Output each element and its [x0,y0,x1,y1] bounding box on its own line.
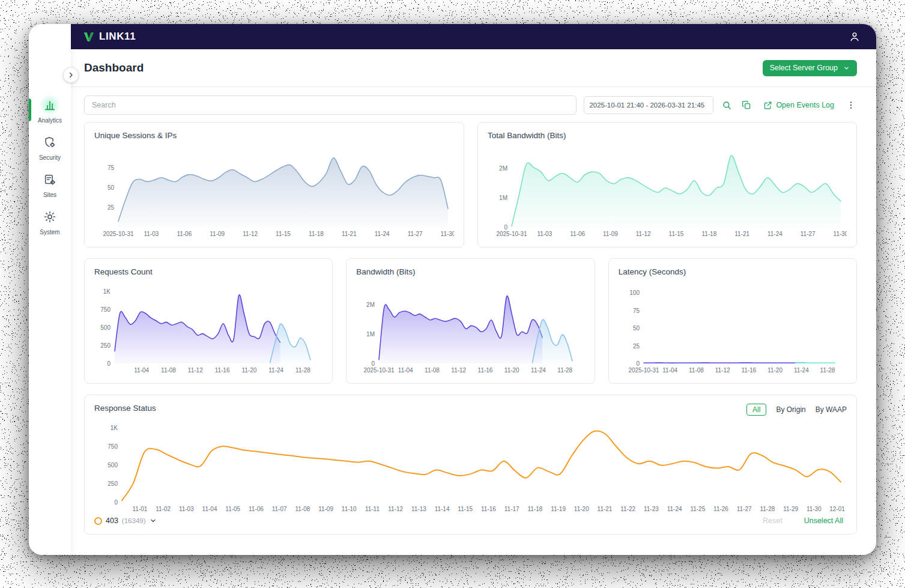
legend-403-label: 403 [106,517,118,525]
svg-text:11-06: 11-06 [249,506,264,512]
svg-text:25: 25 [107,204,115,211]
charts-row-2: Requests Count 1K750500250011-0411-0811-… [84,258,857,384]
response-status-head: Response Status All By Origin By WAAP [94,404,847,416]
svg-text:750: 750 [100,306,110,313]
bandwidth-card: Bandwidth (Bits) 2M1M02025-10-3111-0411-… [346,258,595,384]
svg-text:11-04: 11-04 [662,367,677,374]
sidebar: Analytics Security Sites System [29,24,71,555]
requests-count-card: Requests Count 1K750500250011-0411-0811-… [84,258,333,384]
svg-text:11-18: 11-18 [309,231,324,237]
svg-text:11-21: 11-21 [342,231,357,237]
svg-text:11-16: 11-16 [215,367,230,374]
svg-text:11-18: 11-18 [701,231,716,237]
svg-text:500: 500 [107,462,118,468]
sidebar-item-sites[interactable]: Sites [29,169,71,198]
svg-text:11-12: 11-12 [388,506,403,512]
response-status-tabs: All By Origin By WAAP [746,404,847,416]
svg-text:11-04: 11-04 [134,367,149,374]
svg-text:1K: 1K [103,288,111,295]
select-server-group-button[interactable]: Select Server Group [763,60,857,76]
sidebar-item-label: Security [39,154,61,161]
svg-text:25: 25 [633,343,640,350]
svg-text:11-12: 11-12 [452,367,467,374]
svg-text:2M: 2M [499,165,507,172]
svg-text:2025-10-31: 2025-10-31 [628,367,659,374]
sidebar-expand-button[interactable] [63,67,79,83]
analytics-icon [40,95,60,115]
svg-text:2M: 2M [366,302,375,308]
svg-text:11-24: 11-24 [794,367,809,374]
chart-title: Requests Count [94,267,322,276]
legend-403-count: (16349) [122,517,146,524]
svg-text:11-28: 11-28 [820,367,835,374]
svg-text:11-09: 11-09 [210,231,225,237]
svg-text:750: 750 [107,443,118,450]
svg-text:11-30: 11-30 [441,231,454,237]
link11-v-icon [83,32,95,42]
svg-text:0: 0 [372,360,375,367]
legend-403-dot [94,517,102,525]
chevron-down-icon [843,65,850,71]
svg-text:11-18: 11-18 [527,506,542,512]
copy-button[interactable] [740,99,752,111]
svg-text:11-29: 11-29 [783,506,798,512]
svg-text:11-28: 11-28 [295,367,310,374]
svg-text:11-04: 11-04 [202,506,217,512]
chart-title: Response Status [94,404,156,413]
open-events-log-button[interactable]: Open Events Log [760,100,838,111]
tab-all[interactable]: All [746,404,766,416]
svg-text:11-08: 11-08 [689,367,704,374]
sidebar-item-system[interactable]: System [29,207,71,235]
svg-text:1K: 1K [110,425,118,431]
reset-button[interactable]: Reset [759,516,786,526]
svg-text:11-03: 11-03 [537,231,552,237]
svg-text:11-20: 11-20 [767,367,782,374]
legend-403[interactable]: 403 (16349) [94,517,157,525]
svg-text:11-25: 11-25 [690,506,705,512]
user-account-button[interactable] [849,31,861,43]
svg-text:11-03: 11-03 [144,231,159,237]
more-options-button[interactable] [845,99,857,111]
open-events-log-label: Open Events Log [776,101,834,109]
bandwidth-chart: 2M1M02025-10-3111-0411-0811-1211-1611-20… [356,280,584,375]
header-divider [71,86,876,87]
tab-by-waap[interactable]: By WAAP [816,405,847,414]
svg-text:11-24: 11-24 [268,367,283,374]
svg-text:2025-10-31: 2025-10-31 [496,231,527,237]
svg-text:1M: 1M [366,331,375,338]
svg-text:11-03: 11-03 [179,506,194,512]
open-events-log-icon [763,101,772,110]
chart-title: Unique Sessions & IPs [94,131,454,140]
svg-text:11-27: 11-27 [801,231,816,237]
svg-text:11-24: 11-24 [667,506,682,512]
page-head: Dashboard Select Server Group [84,49,857,86]
svg-text:75: 75 [633,308,640,314]
app-header: LINK11 [71,24,876,49]
svg-text:11-24: 11-24 [531,367,546,374]
chart-title: Bandwidth (Bits) [356,267,584,276]
response-status-card: Response Status All By Origin By WAAP 1K… [84,395,857,535]
search-button[interactable] [721,99,733,112]
svg-text:2025-10-31: 2025-10-31 [103,231,134,237]
shield-gear-icon [40,132,60,153]
svg-text:11-14: 11-14 [435,506,450,512]
svg-text:0: 0 [114,499,118,506]
tab-by-origin[interactable]: By Origin [776,405,805,414]
unselect-all-button[interactable]: Unselect All [801,516,847,526]
svg-text:100: 100 [629,289,640,296]
svg-text:11-28: 11-28 [760,506,775,512]
svg-text:11-23: 11-23 [644,506,659,512]
svg-text:500: 500 [100,324,110,331]
svg-text:11-01: 11-01 [133,506,148,512]
date-range-picker[interactable]: 2025-10-01 21:40 - 2026-03-31 21:45 [584,96,713,114]
svg-text:0: 0 [107,360,110,367]
svg-text:11-20: 11-20 [574,506,589,512]
sidebar-item-security[interactable]: Security [29,132,71,161]
latency-card: Latency (Seconds) 10075502502025-10-3111… [608,258,857,384]
svg-text:11-12: 11-12 [243,231,258,237]
search-input[interactable] [84,95,577,115]
sidebar-item-label: System [40,229,59,235]
svg-text:11-20: 11-20 [504,367,519,374]
page-title: Dashboard [84,61,144,74]
sidebar-item-analytics[interactable]: Analytics [29,95,71,124]
